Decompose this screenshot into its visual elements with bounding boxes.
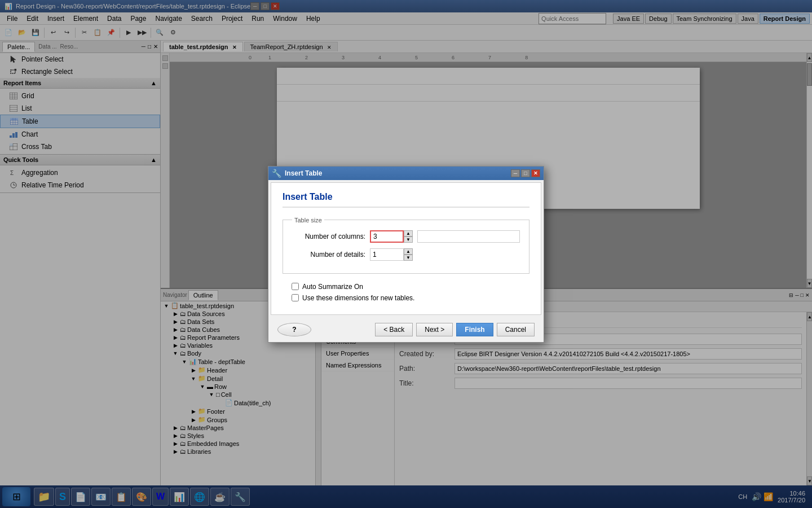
modal-titlebar: 🔧 Insert Table ─ □ ✕ (268, 167, 544, 180)
details-spinner: ▲ ▼ (404, 248, 413, 261)
columns-extra-input[interactable] (417, 230, 520, 243)
modal-close-btn[interactable]: ✕ (531, 169, 540, 177)
columns-up-btn[interactable]: ▲ (404, 230, 413, 237)
details-row: Number of details: ▲ ▼ (292, 248, 520, 261)
table-size-fieldset: Table size Number of columns: ▲ ▼ Number… (283, 217, 529, 274)
modal-footer: ? < Back Next > Finish Cancel (268, 317, 544, 342)
table-size-legend: Table size (292, 217, 324, 224)
back-button[interactable]: < Back (375, 323, 413, 336)
modal-minimize-btn[interactable]: ─ (511, 169, 520, 177)
columns-input[interactable] (370, 230, 404, 243)
modal-overlay: 🔧 Insert Table ─ □ ✕ Insert Table Table … (0, 0, 812, 508)
next-button[interactable]: Next > (416, 323, 453, 336)
columns-input-group: ▲ ▼ (370, 230, 413, 243)
modal-maximize-btn[interactable]: □ (521, 169, 530, 177)
columns-label: Number of columns: (292, 233, 365, 240)
insert-table-modal: 🔧 Insert Table ─ □ ✕ Insert Table Table … (268, 166, 544, 343)
details-input-group: ▲ ▼ (370, 248, 413, 261)
use-dimensions-checkbox[interactable] (292, 294, 299, 301)
columns-spinner: ▲ ▼ (404, 230, 413, 243)
auto-summarize-label: Auto Summarize On (302, 283, 363, 291)
use-dimensions-label: Use these dimensions for new tables. (302, 294, 414, 302)
help-btn-area: ? (277, 323, 311, 336)
modal-heading: Insert Table (283, 192, 529, 208)
modal-title-icon: 🔧 (272, 169, 281, 178)
finish-button[interactable]: Finish (456, 323, 493, 336)
modal-titlebar-text: Insert Table (285, 169, 322, 177)
use-dimensions-row: Use these dimensions for new tables. (292, 294, 529, 302)
cancel-button[interactable]: Cancel (497, 323, 535, 336)
details-label: Number of details: (292, 251, 365, 259)
auto-summarize-checkbox[interactable] (292, 283, 299, 290)
modal-titlebar-controls: ─ □ ✕ (511, 169, 540, 177)
modal-body: Insert Table Table size Number of column… (271, 182, 541, 315)
details-input[interactable] (370, 248, 404, 261)
columns-down-btn[interactable]: ▼ (404, 237, 413, 243)
help-button[interactable]: ? (277, 323, 311, 336)
details-up-btn[interactable]: ▲ (404, 248, 413, 255)
details-down-btn[interactable]: ▼ (404, 255, 413, 261)
columns-row: Number of columns: ▲ ▼ (292, 230, 520, 243)
auto-summarize-row: Auto Summarize On (292, 283, 529, 291)
